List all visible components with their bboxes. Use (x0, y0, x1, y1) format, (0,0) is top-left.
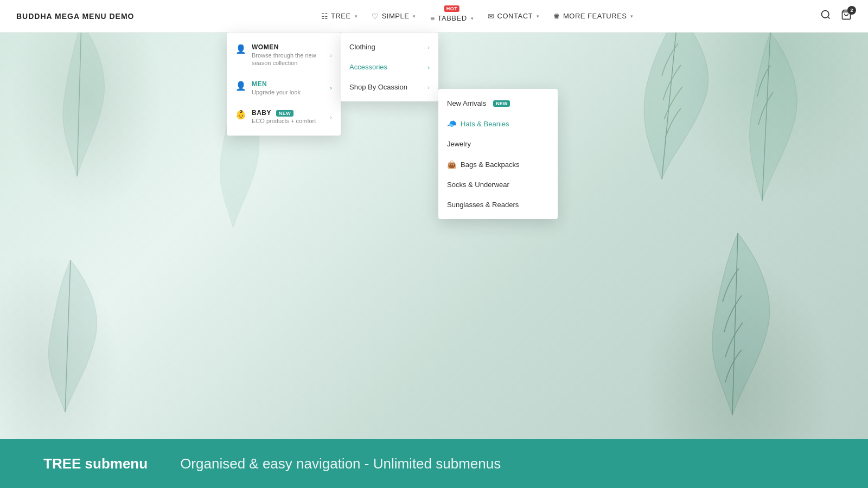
nav-item-contact[interactable]: ✉ CONTACT ▾ (482, 9, 545, 24)
acc-item-jewelry[interactable]: Jewelry (438, 134, 558, 154)
sunglasses-left: Sunglasses & Readers (447, 201, 519, 209)
contact-icon: ✉ (488, 12, 495, 21)
bags-icon: 👜 (447, 160, 456, 169)
acc-item-sunglasses[interactable]: Sunglasses & Readers (438, 195, 558, 215)
clothing-item-clothing[interactable]: Clothing › (341, 37, 438, 57)
tree-icon: ☷ (321, 12, 329, 21)
cart-count: 2 (847, 6, 856, 15)
cart-button[interactable]: 2 (841, 9, 852, 23)
tabbed-icon: ≡ (430, 14, 435, 23)
clothing-item-occasion[interactable]: Shop By Ocassion › (341, 77, 438, 97)
tree-item-men[interactable]: 👤 MEN Upgrade your look › (227, 74, 341, 102)
footer-title: TREE submenu (43, 455, 148, 472)
tree-item-men-content: MEN Upgrade your look (252, 80, 301, 96)
tree-item-baby[interactable]: 👶 BABY NEW ECO products + comfort › (227, 102, 341, 131)
bags-label: Bags & Backpacks (461, 160, 519, 169)
women-title: WOMEN (252, 43, 330, 51)
tree-item-women[interactable]: 👤 WOMEN Browse through the new season co… (227, 37, 341, 74)
nav-item-simple-label: SIMPLE (382, 12, 410, 20)
clothing-dropdown: Clothing › Accessories › Shop By Ocassio… (341, 33, 438, 101)
tree-item-women-left: 👤 WOMEN Browse through the new season co… (235, 43, 330, 67)
hats-label: Hats & Beanies (461, 120, 509, 128)
simple-chevron-icon: ▾ (413, 14, 416, 19)
leaf-left (27, 16, 136, 190)
tree-item-baby-left: 👶 BABY NEW ECO products + comfort (235, 109, 316, 125)
tabbed-chevron-icon: ▾ (471, 16, 474, 21)
svg-point-0 (821, 11, 828, 18)
footer-description: Organised & easy navigation - Unlimited … (180, 455, 501, 472)
tree-item-men-left: 👤 MEN Upgrade your look (235, 80, 301, 96)
jewelry-left: Jewelry (447, 140, 471, 148)
bags-left: 👜 Bags & Backpacks (447, 160, 519, 169)
men-chevron-icon: › (330, 85, 332, 91)
occasion-chevron: › (427, 84, 430, 91)
accessories-dropdown: New Arrivals NEW 🧢 Hats & Beanies Jewelr… (438, 89, 558, 219)
women-subtitle: Browse through the new season collection (252, 52, 330, 67)
baby-new-badge: NEW (276, 110, 294, 117)
tree-chevron-icon: ▾ (355, 14, 358, 19)
men-title: MEN (252, 80, 301, 88)
nav-item-simple[interactable]: ♡ SIMPLE ▾ (366, 9, 422, 24)
tree-item-baby-content: BABY NEW ECO products + comfort (252, 109, 316, 125)
footer-bar: TREE submenu Organised & easy navigation… (0, 439, 868, 488)
leaf-bottom-right (662, 228, 814, 434)
more-features-icon: ✺ (553, 12, 560, 21)
contact-chevron-icon: ▾ (537, 14, 540, 19)
acc-item-new-arrivals[interactable]: New Arrivals NEW (438, 93, 558, 113)
hats-icon: 🧢 (447, 119, 456, 128)
header-actions: 2 (820, 9, 852, 23)
new-arrivals-badge: NEW (493, 100, 510, 107)
hats-left: 🧢 Hats & Beanies (447, 119, 509, 128)
nav-item-more-features[interactable]: ✺ MORE FEATURES ▾ (548, 9, 639, 24)
tree-item-women-content: WOMEN Browse through the new season coll… (252, 43, 330, 67)
clothing-label: Clothing (349, 43, 375, 51)
baby-subtitle: ECO products + comfort (252, 117, 316, 125)
acc-item-hats-beanies[interactable]: 🧢 Hats & Beanies (438, 113, 558, 134)
acc-item-bags[interactable]: 👜 Bags & Backpacks (438, 154, 558, 175)
baby-chevron-icon: › (330, 114, 332, 120)
clothing-item-accessories[interactable]: Accessories › (341, 57, 438, 77)
men-subtitle: Upgrade your look (252, 88, 301, 96)
jewelry-label: Jewelry (447, 140, 471, 148)
accessories-chevron: › (427, 64, 430, 70)
leaf-bottom-left (11, 255, 130, 418)
nav-item-tree-label: TREE (331, 12, 351, 20)
new-arrivals-label: New Arrivals (447, 99, 486, 107)
women-chevron-icon: › (330, 52, 332, 59)
more-features-chevron-icon: ▾ (630, 14, 634, 19)
acc-item-socks[interactable]: Socks & Underwear (438, 175, 558, 195)
nav-item-tree[interactable]: ☷ TREE ▾ (316, 9, 363, 24)
socks-label: Socks & Underwear (447, 181, 509, 189)
site-logo: BUDDHA MEGA MENU DEMO (16, 12, 135, 21)
hot-badge: HOT (444, 5, 460, 12)
header: BUDDHA MEGA MENU DEMO ☷ TREE ▾ ♡ SIMPLE … (0, 0, 868, 33)
tree-dropdown: 👤 WOMEN Browse through the new season co… (227, 33, 341, 136)
women-icon: 👤 (235, 44, 246, 54)
svg-line-1 (828, 17, 830, 19)
nav-item-tabbed-label: TABBED (438, 14, 467, 22)
main-nav: ☷ TREE ▾ ♡ SIMPLE ▾ HOT ≡ TABBED ▾ ✉ CON… (316, 7, 639, 26)
socks-left: Socks & Underwear (447, 181, 509, 189)
baby-icon: 👶 (235, 110, 246, 120)
men-icon: 👤 (235, 81, 246, 91)
sunglasses-label: Sunglasses & Readers (447, 201, 519, 209)
nav-item-tabbed[interactable]: HOT ≡ TABBED ▾ (425, 7, 479, 26)
search-button[interactable] (820, 9, 831, 23)
accessories-label: Accessories (349, 63, 387, 71)
occasion-label: Shop By Ocassion (349, 83, 407, 91)
nav-item-contact-label: CONTACT (497, 12, 533, 20)
new-arrivals-left: New Arrivals NEW (447, 99, 510, 107)
simple-icon: ♡ (372, 12, 379, 21)
baby-title: BABY NEW (252, 109, 316, 117)
leaf-right (716, 27, 825, 217)
clothing-chevron: › (427, 44, 430, 50)
hero-section: 👤 WOMEN Browse through the new season co… (0, 0, 868, 488)
nav-item-more-features-label: MORE FEATURES (563, 12, 627, 20)
